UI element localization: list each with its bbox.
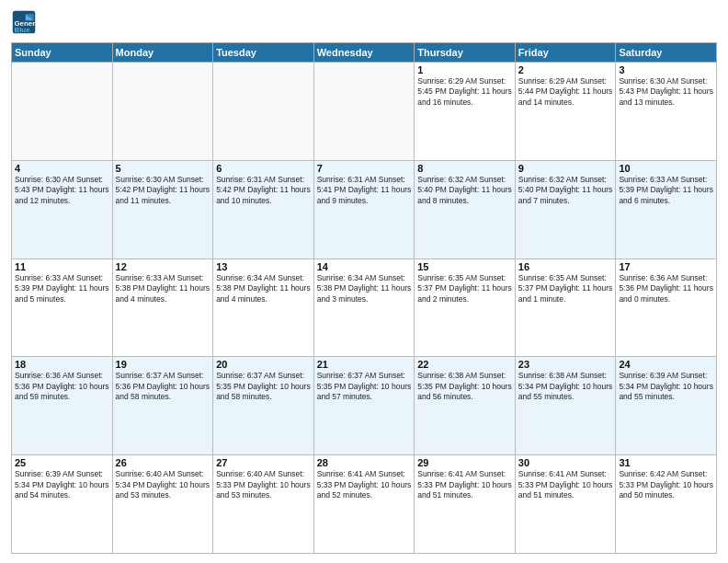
day-cell: 5Sunrise: 6:30 AM Sunset: 5:42 PM Daylig… — [112, 160, 213, 259]
weekday-header-row: SundayMondayTuesdayWednesdayThursdayFrid… — [12, 43, 717, 63]
week-row-5: 25Sunrise: 6:39 AM Sunset: 5:34 PM Dayli… — [12, 455, 717, 554]
day-number: 11 — [15, 261, 109, 272]
logo: General Blue — [11, 9, 37, 35]
day-number: 2 — [518, 64, 613, 75]
day-cell: 17Sunrise: 6:36 AM Sunset: 5:36 PM Dayli… — [616, 259, 717, 357]
header: General Blue — [11, 9, 717, 35]
weekday-header-saturday: Saturday — [616, 43, 717, 63]
day-cell: 27Sunrise: 6:40 AM Sunset: 5:33 PM Dayli… — [213, 455, 314, 554]
day-number: 13 — [216, 261, 311, 272]
day-number: 21 — [317, 359, 412, 370]
day-number: 9 — [518, 163, 613, 174]
day-cell: 25Sunrise: 6:39 AM Sunset: 5:34 PM Dayli… — [12, 455, 113, 554]
day-cell — [12, 63, 113, 161]
day-number: 22 — [417, 359, 512, 370]
day-info: Sunrise: 6:29 AM Sunset: 5:44 PM Dayligh… — [518, 76, 613, 108]
day-cell: 26Sunrise: 6:40 AM Sunset: 5:34 PM Dayli… — [112, 455, 213, 554]
day-info: Sunrise: 6:33 AM Sunset: 5:39 PM Dayligh… — [15, 273, 109, 304]
day-number: 16 — [518, 261, 613, 272]
day-cell: 22Sunrise: 6:38 AM Sunset: 5:35 PM Dayli… — [415, 357, 516, 455]
day-info: Sunrise: 6:42 AM Sunset: 5:33 PM Dayligh… — [619, 469, 713, 500]
day-number: 17 — [619, 261, 713, 272]
day-cell: 21Sunrise: 6:37 AM Sunset: 5:35 PM Dayli… — [313, 357, 415, 455]
day-info: Sunrise: 6:41 AM Sunset: 5:33 PM Dayligh… — [317, 469, 412, 500]
day-info: Sunrise: 6:39 AM Sunset: 5:34 PM Dayligh… — [15, 469, 109, 500]
calendar-page: General Blue SundayMondayTuesdayWednesda… — [0, 0, 728, 563]
day-info: Sunrise: 6:31 AM Sunset: 5:42 PM Dayligh… — [216, 175, 311, 206]
day-info: Sunrise: 6:38 AM Sunset: 5:34 PM Dayligh… — [518, 371, 613, 402]
day-number: 30 — [518, 457, 613, 468]
day-info: Sunrise: 6:37 AM Sunset: 5:36 PM Dayligh… — [116, 371, 210, 402]
day-cell: 20Sunrise: 6:37 AM Sunset: 5:35 PM Dayli… — [213, 357, 314, 455]
day-info: Sunrise: 6:41 AM Sunset: 5:33 PM Dayligh… — [518, 469, 613, 500]
day-number: 15 — [417, 261, 512, 272]
day-number: 14 — [317, 261, 412, 272]
day-number: 26 — [116, 457, 210, 468]
day-number: 27 — [216, 457, 311, 468]
weekday-header-tuesday: Tuesday — [213, 43, 314, 63]
day-number: 20 — [216, 359, 311, 370]
day-cell: 10Sunrise: 6:33 AM Sunset: 5:39 PM Dayli… — [616, 160, 717, 259]
day-number: 28 — [317, 457, 412, 468]
day-number: 5 — [116, 163, 210, 174]
day-cell: 12Sunrise: 6:33 AM Sunset: 5:38 PM Dayli… — [112, 259, 213, 357]
day-cell: 3Sunrise: 6:30 AM Sunset: 5:43 PM Daylig… — [616, 63, 717, 161]
day-cell: 30Sunrise: 6:41 AM Sunset: 5:33 PM Dayli… — [515, 455, 616, 554]
day-cell: 7Sunrise: 6:31 AM Sunset: 5:41 PM Daylig… — [313, 160, 415, 259]
day-number: 23 — [518, 359, 613, 370]
day-cell: 15Sunrise: 6:35 AM Sunset: 5:37 PM Dayli… — [415, 259, 516, 357]
day-cell: 2Sunrise: 6:29 AM Sunset: 5:44 PM Daylig… — [515, 63, 616, 161]
day-info: Sunrise: 6:39 AM Sunset: 5:34 PM Dayligh… — [619, 371, 713, 402]
day-number: 7 — [317, 163, 412, 174]
day-info: Sunrise: 6:33 AM Sunset: 5:38 PM Dayligh… — [116, 273, 210, 304]
day-number: 29 — [417, 457, 512, 468]
day-cell: 28Sunrise: 6:41 AM Sunset: 5:33 PM Dayli… — [313, 455, 415, 554]
day-cell: 4Sunrise: 6:30 AM Sunset: 5:43 PM Daylig… — [12, 160, 113, 259]
day-number: 6 — [216, 163, 311, 174]
day-number: 18 — [15, 359, 109, 370]
weekday-header-thursday: Thursday — [415, 43, 516, 63]
day-cell — [112, 63, 213, 161]
day-info: Sunrise: 6:38 AM Sunset: 5:35 PM Dayligh… — [417, 371, 512, 402]
day-info: Sunrise: 6:32 AM Sunset: 5:40 PM Dayligh… — [518, 175, 613, 206]
day-number: 8 — [417, 163, 512, 174]
week-row-1: 1Sunrise: 6:29 AM Sunset: 5:45 PM Daylig… — [12, 63, 717, 161]
day-cell: 6Sunrise: 6:31 AM Sunset: 5:42 PM Daylig… — [213, 160, 314, 259]
day-cell: 9Sunrise: 6:32 AM Sunset: 5:40 PM Daylig… — [515, 160, 616, 259]
day-info: Sunrise: 6:34 AM Sunset: 5:38 PM Dayligh… — [216, 273, 311, 304]
day-info: Sunrise: 6:31 AM Sunset: 5:41 PM Dayligh… — [317, 175, 412, 206]
day-info: Sunrise: 6:36 AM Sunset: 5:36 PM Dayligh… — [15, 371, 109, 402]
day-info: Sunrise: 6:33 AM Sunset: 5:39 PM Dayligh… — [619, 175, 713, 206]
day-cell: 1Sunrise: 6:29 AM Sunset: 5:45 PM Daylig… — [415, 63, 516, 161]
logo-icon: General Blue — [11, 9, 37, 35]
day-cell: 24Sunrise: 6:39 AM Sunset: 5:34 PM Dayli… — [616, 357, 717, 455]
calendar-table: SundayMondayTuesdayWednesdayThursdayFrid… — [11, 42, 717, 554]
day-cell: 11Sunrise: 6:33 AM Sunset: 5:39 PM Dayli… — [12, 259, 113, 357]
week-row-3: 11Sunrise: 6:33 AM Sunset: 5:39 PM Dayli… — [12, 259, 717, 357]
svg-text:Blue: Blue — [15, 26, 31, 34]
day-number: 24 — [619, 359, 713, 370]
weekday-header-wednesday: Wednesday — [313, 43, 415, 63]
day-info: Sunrise: 6:30 AM Sunset: 5:43 PM Dayligh… — [15, 175, 109, 206]
day-cell: 19Sunrise: 6:37 AM Sunset: 5:36 PM Dayli… — [112, 357, 213, 455]
day-info: Sunrise: 6:29 AM Sunset: 5:45 PM Dayligh… — [417, 76, 512, 108]
day-info: Sunrise: 6:41 AM Sunset: 5:33 PM Dayligh… — [417, 469, 512, 500]
day-number: 10 — [619, 163, 713, 174]
day-info: Sunrise: 6:34 AM Sunset: 5:38 PM Dayligh… — [317, 273, 412, 304]
day-info: Sunrise: 6:32 AM Sunset: 5:40 PM Dayligh… — [417, 175, 512, 206]
day-number: 1 — [417, 64, 512, 75]
day-number: 19 — [116, 359, 210, 370]
day-number: 12 — [116, 261, 210, 272]
day-info: Sunrise: 6:36 AM Sunset: 5:36 PM Dayligh… — [619, 273, 713, 304]
weekday-header-monday: Monday — [112, 43, 213, 63]
day-cell: 14Sunrise: 6:34 AM Sunset: 5:38 PM Dayli… — [313, 259, 415, 357]
day-cell: 29Sunrise: 6:41 AM Sunset: 5:33 PM Dayli… — [415, 455, 516, 554]
day-cell: 23Sunrise: 6:38 AM Sunset: 5:34 PM Dayli… — [515, 357, 616, 455]
day-cell: 16Sunrise: 6:35 AM Sunset: 5:37 PM Dayli… — [515, 259, 616, 357]
day-cell — [313, 63, 415, 161]
day-number: 31 — [619, 457, 713, 468]
day-cell: 13Sunrise: 6:34 AM Sunset: 5:38 PM Dayli… — [213, 259, 314, 357]
week-row-2: 4Sunrise: 6:30 AM Sunset: 5:43 PM Daylig… — [12, 160, 717, 259]
day-number: 3 — [619, 64, 713, 75]
day-number: 4 — [15, 163, 109, 174]
